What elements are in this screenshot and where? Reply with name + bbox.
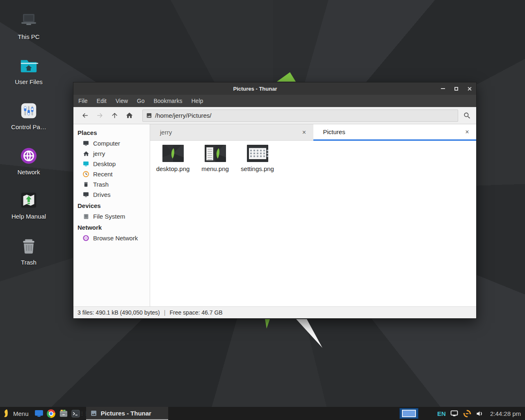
taskbar-clock[interactable]: 2:44:28 pm [488, 410, 521, 417]
menu-go[interactable]: Go [137, 98, 145, 104]
system-tray: EN 2:44:28 pm [437, 409, 525, 418]
desktop-icon-label: Control Pa… [4, 123, 53, 130]
user-files-folder-icon [19, 56, 39, 75]
close-button[interactable] [466, 85, 473, 92]
sidebar-item-browse-network[interactable]: Browse Network [73, 233, 150, 243]
desktop-icon-user-files[interactable]: User Files [4, 56, 53, 85]
this-pc-icon [19, 11, 39, 30]
window-content: Places Computer jerry Desktop Recent Tra… [73, 124, 476, 306]
sidebar-item-recent[interactable]: Recent [73, 169, 150, 179]
window-titlebar[interactable]: Pictures - Thunar [73, 82, 476, 95]
desktop-png-thumbnail [162, 145, 184, 162]
sidebar-item-file-system[interactable]: File System [73, 211, 150, 221]
file-view[interactable]: desktop.png menu.png settings.png [150, 141, 476, 306]
active-workspace [402, 410, 416, 417]
forward-icon [96, 112, 104, 119]
file-menu-png[interactable]: menu.png [194, 144, 236, 172]
desktop-icon-trash[interactable]: Trash [4, 236, 53, 266]
recent-clock-icon [82, 171, 89, 178]
applications-menu-button[interactable]: Menu [0, 407, 33, 420]
menu-help[interactable]: Help [192, 98, 203, 104]
menu-edit[interactable]: Edit [97, 98, 107, 104]
taskbar-window-button[interactable]: Pictures - Thunar [86, 407, 168, 420]
file-settings-png[interactable]: settings.png [236, 144, 278, 172]
terminal-icon [71, 410, 80, 418]
show-desktop-button[interactable] [33, 407, 45, 420]
window-button-image-icon [90, 410, 97, 417]
sidebar-item-trash[interactable]: Trash [73, 179, 150, 189]
keyboard-layout-indicator[interactable]: EN [437, 410, 446, 417]
up-button[interactable] [107, 109, 122, 123]
tab-jerry[interactable]: jerry [150, 124, 313, 141]
menu-panel-shape [206, 147, 213, 160]
show-desktop-icon [34, 410, 43, 417]
status-separator: | [164, 309, 166, 316]
menu-file[interactable]: File [78, 98, 88, 104]
update-notifier-button[interactable] [463, 409, 471, 418]
file-name: settings.png [236, 165, 278, 172]
sidebar-item-label: Trash [93, 181, 109, 188]
tab-close-icon[interactable] [463, 128, 471, 136]
sidebar-header-devices: Devices [73, 200, 150, 211]
close-icon [467, 87, 472, 91]
file-manager-launcher[interactable] [57, 407, 70, 420]
settings-png-thumbnail [247, 145, 268, 162]
sidebar-item-label: jerry [93, 150, 105, 157]
volume-icon [476, 410, 484, 418]
computer-icon [82, 140, 89, 147]
workspace-switcher[interactable] [399, 408, 418, 419]
forward-button[interactable] [92, 109, 107, 123]
network-globe-icon [19, 146, 39, 166]
window-controls [439, 82, 473, 95]
file-name: desktop.png [152, 165, 194, 172]
desktop-icon-this-pc[interactable]: This PC [4, 11, 53, 40]
menu-button-label: Menu [13, 410, 29, 417]
display-tray-button[interactable] [450, 409, 459, 418]
panel-grip-handle[interactable]: ⋮⋮ [82, 407, 86, 420]
free-space: Free space: 46.7 GB [169, 309, 222, 316]
volume-button[interactable] [476, 409, 484, 418]
sidebar-item-jerry-home[interactable]: jerry [73, 148, 150, 159]
filesystem-drive-icon [82, 213, 89, 220]
desktop-icon-label: User Files [4, 78, 53, 85]
maximize-button[interactable] [452, 85, 460, 92]
current-path: /home/jerry/Pictures/ [155, 112, 212, 119]
image-icon [146, 112, 152, 119]
tab-close-icon[interactable] [300, 128, 308, 137]
file-pane: jerry Pictures desktop.png [150, 124, 476, 306]
menu-view[interactable]: View [116, 98, 128, 104]
sidebar-item-label: File System [93, 213, 125, 220]
menu-png-thumbnail [205, 145, 226, 162]
file-desktop-png[interactable]: desktop.png [152, 144, 194, 172]
status-bar: 3 files: 490.1 kB (490,050 bytes) | Free… [73, 306, 476, 318]
up-icon [111, 112, 119, 119]
thunar-window: Pictures - Thunar File Edit View Go Book… [73, 82, 477, 319]
desktop-icon-label: This PC [4, 33, 53, 40]
tab-pictures[interactable]: Pictures [313, 124, 477, 141]
desktop-icon-label: Network [4, 169, 53, 176]
file-name: menu.png [194, 165, 236, 172]
desktop-icon-help-manual[interactable]: Help Manual [4, 190, 53, 220]
location-bar[interactable]: /home/jerry/Pictures/ [142, 110, 458, 122]
window-button-label: Pictures - Thunar [101, 410, 151, 417]
sidebar-item-drives[interactable]: Drives [73, 189, 150, 200]
sidebar-item-computer[interactable]: Computer [73, 138, 150, 148]
desktop-icon-network[interactable]: Network [4, 146, 53, 176]
update-icon [463, 409, 471, 418]
search-button[interactable] [458, 109, 476, 123]
desktop-icon-label: Trash [4, 259, 53, 266]
toolbar: /home/jerry/Pictures/ [73, 107, 476, 124]
menu-bookmarks[interactable]: Bookmarks [153, 98, 182, 104]
drives-icon [82, 191, 89, 198]
sidebar-item-label: Desktop [93, 160, 116, 167]
chrome-launcher[interactable] [45, 407, 57, 420]
tab-label: jerry [160, 129, 300, 136]
minimize-button[interactable] [439, 85, 447, 92]
desktop-icon-control-panel[interactable]: Control Pa… [4, 101, 53, 130]
sidebar-item-desktop[interactable]: Desktop [73, 159, 150, 169]
sidebar: Places Computer jerry Desktop Recent Tra… [73, 124, 150, 306]
display-icon [450, 410, 458, 417]
back-icon [81, 112, 89, 119]
home-button[interactable] [122, 109, 137, 123]
back-button[interactable] [78, 109, 92, 123]
